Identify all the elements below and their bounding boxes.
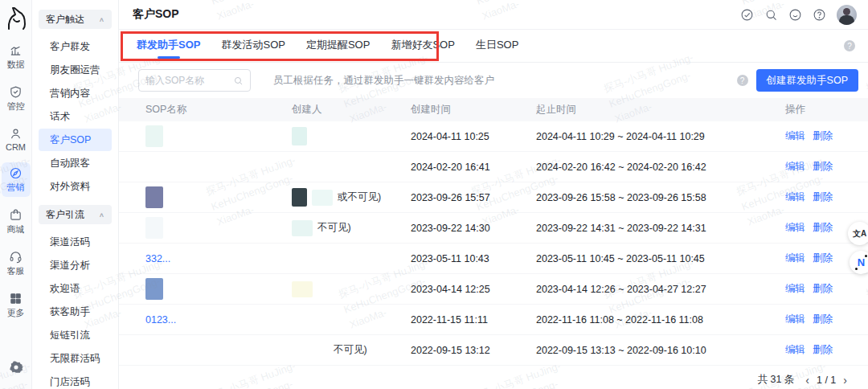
sidebar-item-auto-follow[interactable]: 自动跟客	[39, 152, 112, 174]
translate-float-button[interactable]: 文A	[848, 222, 868, 245]
creator-avatar	[292, 188, 307, 207]
bar-chart-icon	[9, 43, 23, 57]
tab-mass-assistant-sop[interactable]: 群发助手SOP	[137, 29, 200, 63]
creator-name-redacted	[292, 220, 313, 236]
topbar: 客户SOP	[119, 0, 868, 30]
sidebar-item-external-material[interactable]: 对外资料	[39, 175, 112, 198]
creator-name: 不可见)	[317, 221, 351, 235]
delete-link[interactable]: 删除	[813, 282, 833, 296]
app-window: 探马-小马哥 HuJing- KeHuChengGong- XiaoMa-探马-…	[0, 0, 868, 389]
edit-link[interactable]: 编辑	[785, 282, 805, 296]
delete-link[interactable]: 删除	[813, 160, 833, 174]
section-title: 客户引流	[46, 208, 84, 222]
search-input[interactable]	[145, 75, 230, 86]
translate-icon: 文A	[853, 228, 866, 240]
sidebar-item-scripts[interactable]: 话术	[39, 105, 112, 128]
sidebar-section-customer-acquisition[interactable]: 客户引流 ∧	[39, 205, 112, 224]
message-icon[interactable]	[788, 8, 802, 22]
edit-link[interactable]: 编辑	[785, 313, 805, 326]
list-footer: 共 31 条 ‹ 1 / 1 ›	[119, 366, 868, 387]
sop-thumbnail	[145, 186, 163, 208]
sop-thumbnail	[145, 278, 163, 300]
question-circle-icon[interactable]: ?	[844, 40, 855, 51]
edit-link[interactable]: 编辑	[785, 343, 805, 357]
sidebar-section-customer-reach[interactable]: 客户触达 ∧	[39, 10, 112, 29]
help-icon[interactable]	[813, 8, 826, 22]
next-page-icon[interactable]: ›	[843, 375, 847, 386]
rail-item-more[interactable]: 更多	[2, 288, 31, 322]
prev-page-icon[interactable]: ‹	[805, 375, 809, 386]
create-sop-button[interactable]: 创建群发助手SOP	[756, 69, 858, 92]
search-icon[interactable]	[764, 8, 778, 22]
sop-name-link[interactable]: 0123...	[145, 314, 176, 326]
time-range: 2024-04-11 10:29 ~ 2024-04-11 10:29	[536, 131, 785, 142]
sidebar-item-customer-sop[interactable]: 客户SOP	[39, 129, 112, 151]
delete-link[interactable]: 删除	[813, 129, 833, 143]
main-area: 客户SOP 群发助手SOP 群发活动SOP 定期提醒SOP 新增好友SOP 生日…	[119, 0, 868, 389]
created-time: 2023-04-14 12:25	[411, 284, 536, 295]
delete-link[interactable]: 删除	[813, 221, 833, 235]
rail-item-label: 商城	[7, 223, 25, 235]
time-range: 2023-09-22 14:31 ~ 2023-09-22 14:31	[536, 223, 785, 234]
delete-link[interactable]: 删除	[813, 343, 833, 357]
table-row: 0123... 2022-11-15 11:11 2022-11-16 11:0…	[119, 305, 868, 335]
table-row: 2023-04-14 12:25 2023-04-14 12:26 ~ 2023…	[119, 274, 868, 305]
edit-link[interactable]: 编辑	[785, 252, 805, 265]
tab-periodic-reminder-sop[interactable]: 定期提醒SOP	[306, 29, 370, 63]
rail-item-marketing[interactable]: 营销	[2, 162, 31, 197]
edit-link[interactable]: 编辑	[785, 160, 805, 174]
sidebar-item-acquisition-assistant[interactable]: 获客助手	[39, 301, 112, 323]
rail-item-label: 数据	[7, 59, 25, 71]
headset-icon	[9, 250, 23, 264]
column-header-name: SOP名称	[145, 103, 292, 117]
sidebar-item-store-qr[interactable]: 门店活码	[39, 371, 112, 389]
created-time: 2022-09-15 13:12	[411, 345, 536, 356]
tab-bar: 群发助手SOP 群发活动SOP 定期提醒SOP 新增好友SOP 生日SOP ?	[119, 30, 868, 63]
question-circle-icon[interactable]: ?	[737, 75, 748, 86]
sidebar-item-short-link[interactable]: 短链引流	[39, 324, 112, 346]
check-circle-icon[interactable]	[740, 8, 754, 22]
settings-button[interactable]	[9, 360, 23, 378]
delete-link[interactable]: 删除	[813, 252, 833, 265]
rail-item-data[interactable]: 数据	[2, 39, 31, 74]
shield-icon	[9, 85, 23, 99]
rail-item-crm[interactable]: CRM	[2, 123, 31, 155]
magnifier-icon[interactable]	[233, 76, 244, 86]
sidebar-item-moments[interactable]: 朋友圈运营	[39, 59, 112, 81]
tanma-horse-logo-icon[interactable]	[4, 5, 28, 32]
tab-new-friend-sop[interactable]: 新增好友SOP	[391, 29, 454, 63]
node-dot	[865, 255, 867, 257]
sidebar-item-marketing-content[interactable]: 营销内容	[39, 82, 112, 104]
sidebar-item-channel-analysis[interactable]: 渠道分析	[39, 254, 112, 276]
rail-item-service[interactable]: 客服	[2, 246, 31, 280]
sop-name-link[interactable]: 332...	[145, 253, 170, 264]
creator-name-redacted	[292, 281, 313, 297]
edit-link[interactable]: 编辑	[785, 221, 805, 235]
sidebar-item-unlimited-group-qr[interactable]: 无限群活码	[39, 347, 112, 370]
sidebar-item-channel-qr[interactable]: 渠道活码	[39, 231, 112, 253]
sop-thumbnail	[145, 125, 163, 147]
sidebar-item-welcome-message[interactable]: 欢迎语	[39, 277, 112, 300]
tab-mass-activity-sop[interactable]: 群发活动SOP	[221, 29, 285, 63]
table-row: 或不可见) 2023-09-26 15:57 2023-09-26 15:58 …	[119, 182, 868, 213]
chevron-up-icon: ∧	[99, 211, 104, 219]
time-range: 2024-02-20 16:42 ~ 2024-02-20 16:42	[536, 162, 785, 173]
delete-link[interactable]: 删除	[813, 313, 833, 326]
user-avatar[interactable]	[837, 5, 857, 25]
rail-item-control[interactable]: 管控	[2, 81, 31, 116]
edit-link[interactable]: 编辑	[785, 190, 805, 204]
table-row: 2024-04-11 10:25 2024-04-11 10:29 ~ 2024…	[119, 121, 868, 152]
rail-item-label: 营销	[7, 182, 25, 194]
extension-float-button[interactable]: N	[850, 251, 868, 274]
topbar-actions	[740, 5, 857, 25]
tab-birthday-sop[interactable]: 生日SOP	[476, 29, 518, 63]
edit-link[interactable]: 编辑	[785, 129, 805, 143]
column-header-created: 创建时间	[411, 103, 536, 117]
sop-thumbnail	[145, 217, 163, 239]
rail-item-mall[interactable]: 商城	[2, 204, 31, 239]
delete-link[interactable]: 删除	[813, 190, 833, 204]
total-count: 共 31 条	[757, 373, 794, 387]
sidebar-item-mass-send[interactable]: 客户群发	[39, 35, 112, 58]
table-row: 不可见) 2022-09-15 13:12 2022-09-15 13:13 ~…	[119, 335, 868, 366]
pagination: ‹ 1 / 1 ›	[805, 375, 847, 386]
